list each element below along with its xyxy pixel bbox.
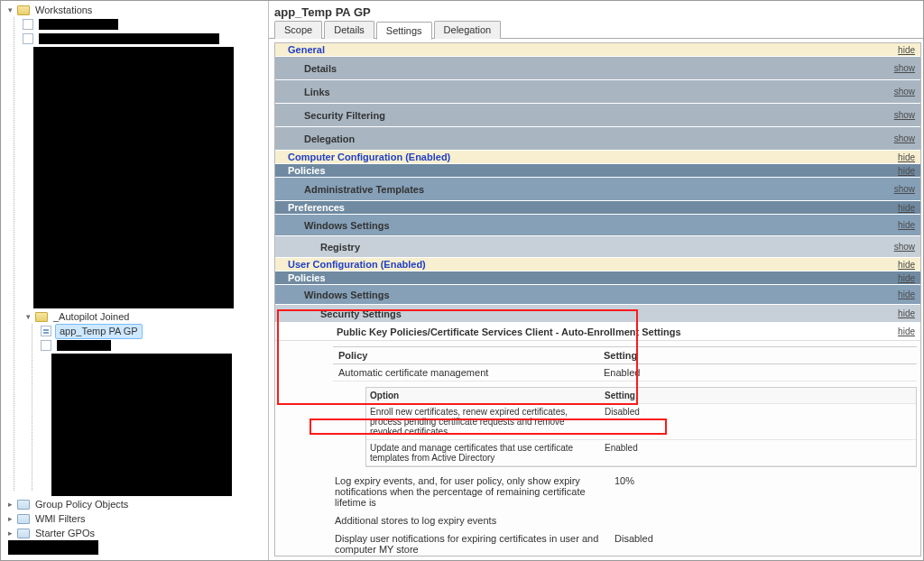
tree-item-redacted[interactable] (23, 17, 268, 32)
toggle-link[interactable]: hide (898, 152, 915, 162)
tree-label: Workstations (33, 4, 94, 17)
toggle-link[interactable]: show (894, 87, 915, 97)
tab-settings[interactable]: Settings (376, 22, 432, 40)
toggle-link[interactable]: hide (898, 45, 915, 55)
toggle-link[interactable]: hide (898, 166, 915, 176)
ou-icon (35, 312, 48, 322)
toggle-link[interactable]: show (894, 110, 915, 120)
redacted-block (8, 540, 98, 555)
col-setting: Setting (605, 391, 912, 400)
tree-label: Starter GPOs (33, 528, 97, 538)
nav-tree[interactable]: ▾ Workstations ▾ _Autopilot Joined (1, 1, 269, 560)
collapse-icon[interactable]: ▾ (5, 5, 15, 15)
section-windows-settings[interactable]: Windows Settings (281, 220, 390, 231)
expand-icon[interactable]: ▸ (5, 499, 15, 510)
tree-label: WMI Filters (33, 513, 88, 524)
tree-node-workstations[interactable]: ▾ Workstations (5, 3, 268, 17)
gpo-icon (41, 340, 51, 351)
section-admin-templates[interactable]: Administrative Templates (281, 184, 424, 195)
expand-icon[interactable]: ▸ (5, 513, 15, 524)
policy-value: Enabled (604, 367, 739, 378)
section-policies[interactable]: Policies (281, 272, 326, 283)
tree-label: _Autopilot Joined (51, 310, 131, 324)
info-text: Additional stores to log expiry events (335, 515, 614, 526)
toggle-link[interactable]: show (894, 63, 915, 73)
section-links[interactable]: Links (281, 87, 330, 97)
tree-item-redacted[interactable] (23, 32, 268, 46)
tree-label: Group Policy Objects (33, 499, 130, 510)
folder-icon (17, 514, 30, 524)
section-preferences[interactable]: Preferences (281, 202, 345, 213)
section-delegation[interactable]: Delegation (281, 133, 355, 144)
gpo-link-icon (41, 326, 51, 336)
section-registry[interactable]: Registry (281, 242, 360, 253)
section-user-config[interactable]: User Configuration (Enabled) (281, 259, 426, 270)
info-text: Display user notifications for expiring … (335, 533, 614, 555)
option-name: Enroll new certificates, renew expired c… (370, 407, 605, 437)
toggle-link[interactable]: hide (898, 290, 915, 299)
expand-icon[interactable]: ▸ (5, 528, 15, 538)
option-row: Update and manage certificates that use … (366, 440, 916, 466)
tree-item-redacted[interactable] (41, 338, 268, 353)
option-row: Enroll new certificates, renew expired c… (366, 404, 916, 440)
col-setting: Setting (604, 350, 739, 361)
toggle-link[interactable]: show (894, 133, 915, 143)
option-value: Disabled (605, 407, 912, 437)
section-public-key[interactable]: Public Key Policies/Certificate Services… (281, 326, 681, 337)
toggle-link[interactable]: hide (898, 273, 915, 283)
folder-icon (17, 529, 30, 538)
redacted-block (33, 47, 234, 308)
section-policies[interactable]: Policies (281, 165, 326, 176)
toggle-link[interactable]: hide (898, 308, 915, 318)
tree-node-autopilot[interactable]: ▾ _Autopilot Joined (23, 309, 268, 324)
tab-details[interactable]: Details (324, 21, 374, 39)
col-policy: Policy (333, 350, 604, 361)
col-option: Option (370, 391, 605, 400)
section-windows-settings[interactable]: Windows Settings (281, 290, 390, 300)
window: ▾ Workstations ▾ _Autopilot Joined (0, 0, 924, 561)
section-details[interactable]: Details (281, 63, 337, 74)
toggle-link[interactable]: hide (898, 203, 915, 213)
info-row: Additional stores to log expiry events (275, 510, 920, 529)
policy-table: Policy Setting Automatic certificate man… (333, 346, 917, 382)
detail-panel: app_Temp PA GP Scope Details Settings De… (269, 1, 923, 560)
toggle-link[interactable]: show (894, 184, 915, 194)
option-table: Option Setting Enroll new certificates, … (365, 387, 917, 467)
option-name: Update and manage certificates that use … (370, 443, 605, 463)
info-value (614, 515, 920, 526)
toggle-link[interactable]: hide (898, 260, 915, 270)
tree-label-selected: app_Temp PA GP (55, 324, 143, 339)
redacted-block (51, 354, 232, 496)
settings-report: Generalhide Detailsshow Linksshow Securi… (274, 42, 921, 556)
tab-delegation[interactable]: Delegation (434, 21, 502, 39)
tree-node-app-gpo[interactable]: app_Temp PA GP (41, 324, 268, 338)
option-value: Enabled (605, 443, 912, 463)
tab-bar: Scope Details Settings Delegation (269, 21, 923, 39)
tab-scope[interactable]: Scope (274, 21, 322, 39)
ou-icon (17, 5, 30, 15)
section-general[interactable]: General (281, 44, 325, 55)
toggle-link[interactable]: hide (898, 326, 915, 336)
section-computer-config[interactable]: Computer Configuration (Enabled) (281, 152, 450, 162)
gpo-icon (23, 19, 33, 30)
collapse-icon[interactable]: ▾ (23, 311, 33, 322)
info-text: Log expiry events, and, for user policy,… (335, 475, 614, 508)
policy-row: Automatic certificate management Enabled (333, 364, 917, 382)
info-value: 10% (614, 475, 920, 508)
info-row: Log expiry events, and, for user policy,… (275, 471, 920, 510)
toggle-link[interactable]: hide (898, 220, 915, 230)
gpo-title: app_Temp PA GP (269, 1, 923, 21)
tree-node-starter[interactable]: ▸ Starter GPOs (5, 526, 268, 540)
section-security-settings[interactable]: Security Settings (281, 308, 402, 319)
info-row: Display user notifications for expiring … (275, 529, 920, 556)
policy-name: Automatic certificate management (333, 367, 604, 378)
tree-node-gpo-container[interactable]: ▸ Group Policy Objects (5, 497, 268, 511)
gpo-icon (23, 33, 33, 44)
tree-node-wmi[interactable]: ▸ WMI Filters (5, 511, 268, 526)
section-security-filtering[interactable]: Security Filtering (281, 110, 385, 121)
folder-icon (17, 500, 30, 510)
info-value: Disabled (614, 533, 920, 555)
toggle-link[interactable]: show (894, 242, 915, 252)
